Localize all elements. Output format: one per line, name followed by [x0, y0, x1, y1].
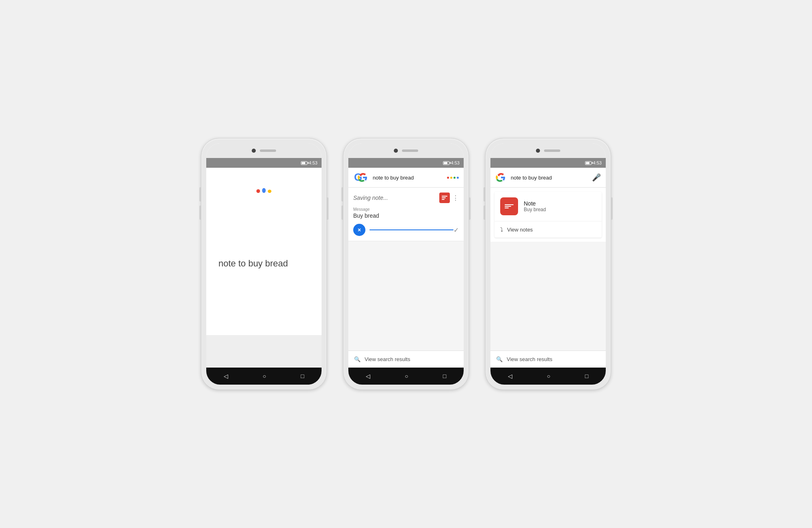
search-header-2: G note to buy bread: [348, 168, 464, 188]
home-btn-3[interactable]: ○: [547, 373, 550, 379]
view-notes-label[interactable]: View notes: [507, 227, 533, 233]
camera-1: [252, 149, 256, 153]
search-icon-2: 🔍: [354, 356, 361, 362]
camera-2: [394, 149, 398, 153]
menu-dot-yellow: [450, 177, 452, 179]
phone-2: 4:53 G note to buy bread: [343, 138, 469, 390]
search-query-2[interactable]: note to buy bread: [373, 175, 443, 181]
menu-dot-red: [447, 177, 449, 179]
result-title: Note: [524, 200, 546, 207]
result-subtitle: Buy bread: [524, 207, 546, 212]
google-g-logo-2: [357, 172, 369, 183]
status-bar-2: 4:53: [348, 158, 464, 168]
search-query-3[interactable]: note to buy bread: [511, 175, 588, 181]
home-btn-2[interactable]: ○: [405, 373, 408, 379]
speaker-3: [544, 149, 560, 152]
phone-3-body: [490, 242, 606, 351]
menu-dot-blue: [457, 177, 459, 179]
time-1: 4:53: [309, 160, 317, 165]
status-bar-1: 4:53: [206, 158, 322, 168]
phone-2-body: [348, 241, 464, 351]
back-btn-3[interactable]: ◁: [508, 373, 512, 379]
search-footer-3[interactable]: 🔍 View search results: [490, 351, 606, 368]
view-search-results-3[interactable]: View search results: [507, 356, 552, 362]
status-bar-3: 4:53: [490, 158, 606, 168]
audio-row: × ✓: [353, 224, 459, 236]
dot-blue: [262, 188, 266, 193]
dots-menu-2[interactable]: [447, 177, 459, 179]
recents-btn-1[interactable]: □: [301, 373, 304, 379]
google-dots: [257, 188, 272, 193]
todoist-icon-lg: [500, 197, 518, 215]
recents-btn-3[interactable]: □: [585, 373, 588, 379]
nav-bar-2: ◁ ○ □: [348, 368, 464, 385]
result-text: Note Buy bread: [524, 200, 546, 212]
menu-dot-green: [454, 177, 456, 179]
result-item[interactable]: Note Buy bread: [495, 192, 602, 221]
dot-red: [257, 189, 260, 193]
back-btn-2[interactable]: ◁: [366, 373, 370, 379]
saving-header: Saving note... ⋮: [353, 193, 459, 203]
google-g-logo-3: [495, 172, 507, 183]
time-2: 4:53: [451, 160, 460, 165]
speaker-2: [402, 149, 418, 152]
home-btn-1[interactable]: ○: [263, 373, 266, 379]
saving-card: Saving note... ⋮ Message Buy bread: [348, 188, 464, 241]
screen-1: note to buy bread: [206, 168, 322, 368]
saving-icons: ⋮: [439, 193, 459, 203]
screen-3: note to buy bread 🎤 Note Buy bre: [490, 168, 606, 368]
phone-1-inner: 4:53 note to buy bread ◁ ○ □: [206, 143, 322, 385]
camera-3: [536, 149, 540, 153]
voice-screen: note to buy bread: [206, 168, 322, 335]
nav-bar-3: ◁ ○ □: [490, 368, 606, 385]
result-card: Note Buy bread ⤵ View notes: [495, 192, 602, 238]
view-notes-row[interactable]: ⤵ View notes: [495, 221, 602, 238]
battery-icon-1: [301, 161, 307, 165]
time-3: 4:53: [593, 160, 602, 165]
phone-3: 4:53 note to buy bread 🎤: [485, 138, 611, 390]
audio-progress-line: [369, 229, 454, 230]
search-header-3: note to buy bread 🎤: [490, 168, 606, 188]
battery-icon-2: [443, 161, 449, 165]
dot-yellow: [268, 190, 272, 193]
search-icon-3: 🔍: [496, 356, 503, 362]
search-footer-2[interactable]: 🔍 View search results: [348, 351, 464, 368]
saving-title: Saving note...: [353, 195, 388, 201]
speaker-1: [260, 149, 276, 152]
message-value: Buy bread: [353, 212, 459, 219]
voice-text-1: note to buy bread: [218, 258, 288, 268]
nav-bar-1: ◁ ○ □: [206, 368, 322, 385]
todoist-icon-sm: [439, 193, 450, 203]
phone-1: 4:53 note to buy bread ◁ ○ □: [201, 138, 327, 390]
back-btn-1[interactable]: ◁: [224, 373, 228, 379]
phone-2-top: [348, 143, 464, 158]
overflow-menu-icon[interactable]: ⋮: [452, 194, 459, 202]
phone-1-top: [206, 143, 322, 158]
cancel-button[interactable]: ×: [353, 224, 365, 236]
mic-icon-3[interactable]: 🎤: [592, 173, 601, 182]
view-search-results-2[interactable]: View search results: [365, 356, 410, 362]
recents-btn-2[interactable]: □: [443, 373, 446, 379]
screen-2: G note to buy bread: [348, 168, 464, 368]
phone-2-inner: 4:53 G note to buy bread: [348, 143, 464, 385]
phone-3-inner: 4:53 note to buy bread 🎤: [490, 143, 606, 385]
phone-1-bottom-area: [206, 335, 322, 368]
check-icon[interactable]: ✓: [454, 226, 459, 234]
battery-icon-3: [585, 161, 592, 165]
message-label: Message: [353, 207, 459, 212]
view-notes-icon: ⤵: [500, 226, 503, 233]
phone-3-top: [490, 143, 606, 158]
